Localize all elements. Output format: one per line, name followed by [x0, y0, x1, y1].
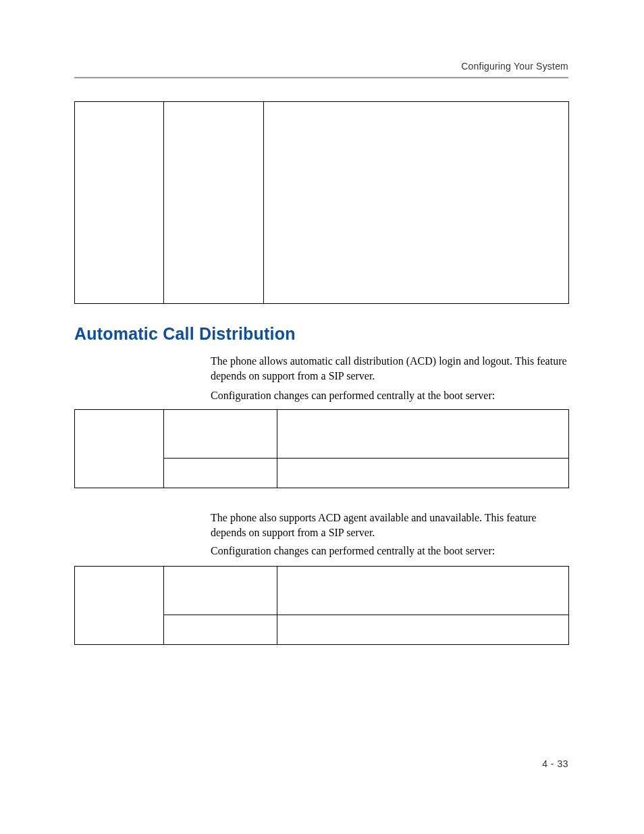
page: Configuring Your System Automatic Call D…: [0, 0, 644, 834]
table-row: [75, 410, 569, 459]
cell: [164, 410, 277, 459]
cell: [277, 615, 569, 645]
table-row: [75, 102, 569, 304]
paragraph: The phone allows automatic call distribu…: [211, 354, 568, 383]
config-table-acd-avail: [74, 566, 569, 645]
cell: [164, 615, 277, 645]
cell: [164, 102, 264, 304]
cell: [277, 567, 569, 615]
running-head: Configuring Your System: [461, 61, 568, 72]
cell: [75, 567, 164, 645]
header-rule: [74, 77, 568, 78]
cell: [164, 459, 277, 488]
config-table-acd-login: [74, 409, 569, 488]
cell: [164, 567, 277, 615]
config-table-top: [74, 101, 569, 304]
section-title: Automatic Call Distribution: [74, 324, 296, 344]
page-number: 4 - 33: [542, 758, 568, 769]
cell: [75, 102, 164, 304]
paragraph: The phone also supports ACD agent availa…: [211, 511, 568, 540]
cell: [264, 102, 569, 304]
table-row: [75, 567, 569, 615]
cell: [75, 410, 164, 488]
cell: [277, 459, 569, 488]
paragraph: Configuration changes can performed cent…: [211, 388, 568, 403]
paragraph: Configuration changes can performed cent…: [211, 544, 568, 558]
cell: [277, 410, 569, 459]
